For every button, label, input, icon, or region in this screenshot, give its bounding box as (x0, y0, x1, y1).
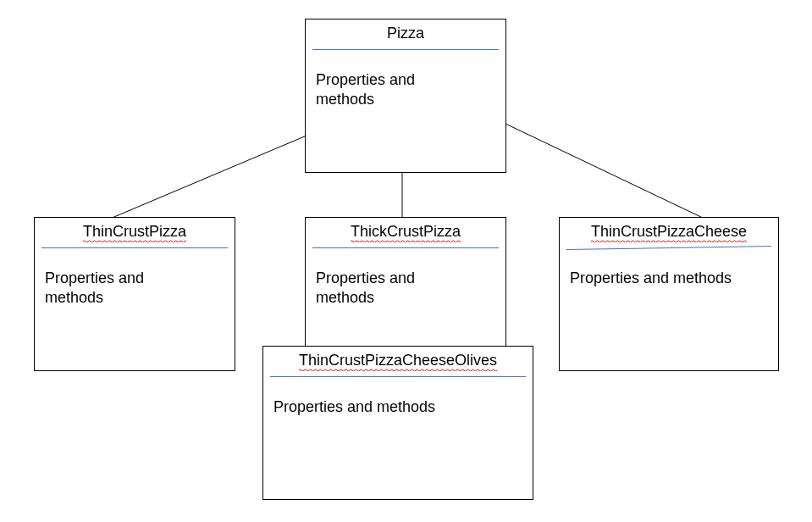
class-body-line: Properties and (316, 269, 415, 286)
class-body: Properties and methods (35, 248, 235, 319)
class-body-line: Properties and (45, 269, 144, 286)
class-title: ThinCrustPizzaCheeseOlives (263, 347, 533, 376)
class-body-line: Properties and methods (273, 398, 435, 415)
class-thin-crust-pizza-cheese-olives: ThinCrustPizzaCheeseOlives Properties an… (262, 346, 533, 500)
class-title-text: ThinCrustPizzaCheeseOlives (299, 352, 497, 369)
class-title-text: ThickCrustPizza (351, 223, 461, 241)
class-body: Properties and methods (306, 50, 505, 120)
class-title: ThickCrustPizza (306, 218, 505, 247)
class-body: Properties and methods (263, 377, 533, 427)
class-diagram: Pizza Properties and methods ThinCrustPi… (0, 0, 812, 522)
class-title-text: ThinCrustPizzaCheese (591, 223, 747, 241)
class-body: Properties and methods (560, 248, 778, 298)
class-body-line: methods (45, 289, 103, 306)
class-body-line: Properties and (316, 71, 415, 88)
class-title: Pizza (306, 19, 505, 49)
class-pizza: Pizza Properties and methods (305, 19, 506, 173)
class-thin-crust-pizza: ThinCrustPizza Properties and methods (34, 217, 235, 371)
class-thin-crust-pizza-cheese: ThinCrustPizzaCheese Properties and meth… (559, 217, 779, 371)
class-body-line: methods (316, 289, 374, 306)
class-title: ThinCrustPizzaCheese (560, 218, 778, 247)
class-body-line: methods (316, 91, 374, 108)
class-title: ThinCrustPizza (35, 218, 235, 247)
class-body-line: Properties and methods (570, 269, 732, 286)
class-title-text: ThinCrustPizza (83, 223, 186, 241)
svg-line-2 (505, 124, 704, 219)
class-body: Properties and methods (306, 248, 505, 319)
svg-line-0 (110, 136, 307, 219)
